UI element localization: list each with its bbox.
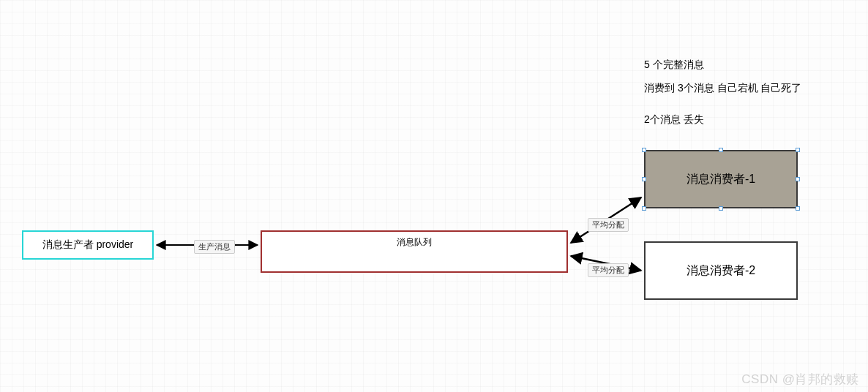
- note-line3: 2个消息 丢失: [644, 113, 704, 127]
- queue-label: 消息队列: [397, 236, 432, 249]
- watermark: CSDN @肖邦的救赎: [741, 371, 859, 388]
- edge-label-distribute1: 平均分配: [588, 218, 629, 232]
- provider-label: 消息生产者 provider: [42, 238, 133, 252]
- consumer1-label: 消息消费者-1: [686, 172, 755, 187]
- edge-label-produce: 生产消息: [194, 240, 235, 254]
- selection-handle[interactable]: [719, 148, 723, 152]
- queue-node[interactable]: 消息队列: [261, 230, 568, 273]
- selection-handle[interactable]: [719, 206, 723, 211]
- note-line2: 消费到 3个消息 自己宕机 自己死了: [644, 82, 801, 95]
- selection-handle[interactable]: [642, 206, 646, 211]
- provider-node[interactable]: 消息生产者 provider: [22, 230, 154, 260]
- consumer2-label: 消息消费者-2: [686, 263, 755, 279]
- consumer1-node[interactable]: 消息消费者-1: [644, 150, 798, 208]
- selection-handle[interactable]: [796, 206, 800, 211]
- selection-handle[interactable]: [642, 177, 646, 181]
- note-line1: 5 个完整消息: [644, 59, 704, 72]
- selection-handle[interactable]: [796, 148, 800, 152]
- consumer2-node[interactable]: 消息消费者-2: [644, 241, 798, 300]
- selection-handle[interactable]: [796, 177, 800, 181]
- edge-label-distribute2: 平均分配: [588, 263, 629, 277]
- selection-handle[interactable]: [642, 148, 646, 152]
